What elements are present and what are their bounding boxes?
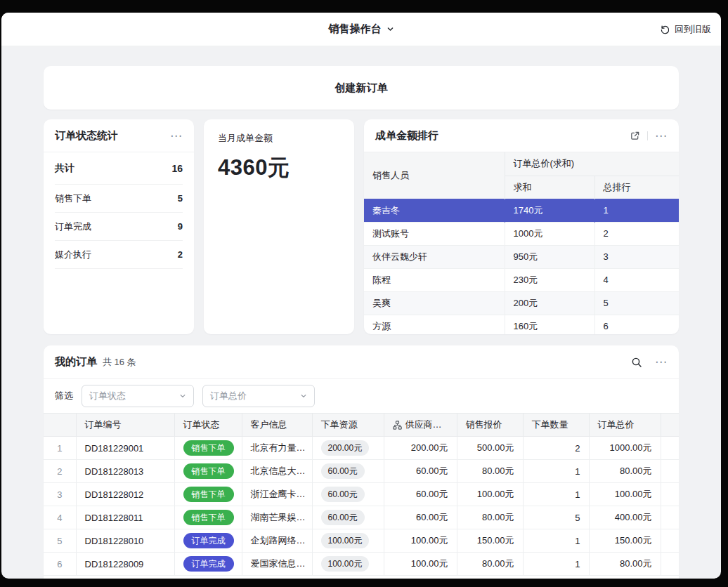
- ranking-row[interactable]: 陈程 230元 4: [364, 268, 679, 291]
- order-qty: 5: [523, 506, 589, 529]
- ranking-row[interactable]: 吴爽 200元 5: [364, 291, 679, 315]
- order-qty: 1: [523, 460, 589, 483]
- more-icon[interactable]: ⋯: [655, 130, 668, 142]
- sum-value: 230元: [505, 268, 594, 291]
- row-index: 3: [44, 483, 76, 506]
- order-total: 400.00元: [589, 506, 661, 529]
- my-orders-header: 我的订单 共 16 条 ⋯: [44, 345, 679, 379]
- resource-tag: 60.00元: [321, 510, 365, 525]
- order-qty: 2: [523, 437, 589, 460]
- table-row[interactable]: 2 DD181228013 销售下单 北京信息大… 60.00元 60.00元 …: [44, 460, 679, 483]
- stat-row-total[interactable]: 共计 16: [55, 152, 183, 185]
- ranking-row[interactable]: 测试账号 1000元 2: [364, 222, 679, 245]
- create-order-button[interactable]: 创建新订单: [44, 66, 679, 110]
- rank-value: 1: [594, 199, 679, 222]
- order-qty: 1: [523, 529, 589, 553]
- status-badge: 订单完成: [183, 556, 234, 572]
- order-no: DD181228013: [76, 460, 174, 483]
- resource-tag: 100.00元: [321, 533, 370, 548]
- customer-name: 北京有力量…: [242, 437, 312, 460]
- order-status-card-title: 订单状态统计: [55, 129, 118, 143]
- column-header-sum[interactable]: 求和: [505, 176, 594, 199]
- top-bar: 销售操作台 回到旧版: [1, 13, 721, 46]
- ranking-row[interactable]: 伙伴云魏少轩 950元 3: [364, 245, 679, 268]
- filter-label: 筛选: [55, 390, 73, 402]
- table-row[interactable]: 4 DD181228011 销售下单 湖南芒果娱… 60.00元 60.00元 …: [44, 506, 679, 529]
- person-name: 测试账号: [364, 222, 505, 245]
- supplier-price: 100.00元: [384, 529, 457, 553]
- stat-row[interactable]: 销售下单 5: [55, 185, 183, 213]
- column-header-person[interactable]: 销售人员: [364, 152, 505, 199]
- column-header-status[interactable]: 订单状态: [174, 414, 242, 437]
- column-header-rank[interactable]: 总排行: [594, 176, 679, 199]
- column-header-order-no[interactable]: 订单编号: [76, 414, 174, 437]
- empty-cell: [661, 460, 679, 483]
- sales-quote: 80.00元: [457, 553, 523, 576]
- export-icon[interactable]: [630, 131, 640, 141]
- column-header-customer[interactable]: 客户信息: [242, 414, 312, 437]
- status-badge: 销售下单: [183, 440, 234, 456]
- rank-value: 5: [594, 291, 679, 315]
- column-header-resource[interactable]: 下单资源: [312, 414, 384, 437]
- table-row[interactable]: 6 DD181228009 订单完成 爱国家信息… 100.00元 100.00…: [44, 553, 679, 576]
- status-badge: 订单完成: [183, 533, 234, 548]
- column-header-quote[interactable]: 销售报价: [457, 414, 523, 437]
- resource-tag: 60.00元: [321, 487, 365, 502]
- sum-value: 1000元: [505, 222, 594, 245]
- stat-label: 媒介执行: [55, 249, 91, 261]
- order-total: 80.00元: [589, 460, 661, 483]
- person-name: 方源: [364, 315, 505, 334]
- more-icon[interactable]: ⋯: [655, 356, 668, 368]
- workspace-switcher[interactable]: 销售操作台: [329, 22, 394, 36]
- create-order-label: 创建新订单: [335, 81, 388, 95]
- rank-value: 4: [594, 268, 679, 291]
- order-total-filter-select[interactable]: 订单总价: [202, 385, 315, 407]
- stat-row[interactable]: 媒介执行 2: [55, 241, 183, 269]
- column-header-qty[interactable]: 下单数量: [523, 414, 589, 437]
- search-icon[interactable]: [631, 357, 642, 368]
- table-row[interactable]: 5 DD181228010 订单完成 企划路网络… 100.00元 100.00…: [44, 529, 679, 553]
- order-total: 80.00元: [589, 553, 661, 576]
- chevron-down-icon: [179, 393, 186, 400]
- customer-name: 爱国家信息…: [242, 553, 312, 576]
- ranking-card: 成单金额排行 ⋯: [364, 119, 679, 334]
- ranking-card-header: 成单金额排行 ⋯: [364, 119, 679, 152]
- back-link-label: 回到旧版: [675, 23, 711, 36]
- table-row[interactable]: 3 DD181228012 销售下单 浙江金鹰卡… 60.00元 60.00元 …: [44, 483, 679, 506]
- sitemap-icon: [393, 421, 402, 430]
- stat-label: 共计: [55, 162, 74, 175]
- chevron-down-icon: [300, 393, 307, 400]
- supplier-price: 60.00元: [384, 506, 457, 529]
- rank-value: 2: [594, 222, 679, 245]
- column-header-total[interactable]: 订单总价: [589, 414, 661, 437]
- customer-name: 浙江金鹰卡…: [242, 483, 312, 506]
- row-index: 4: [44, 506, 76, 529]
- divider: [647, 131, 648, 140]
- more-icon[interactable]: ⋯: [170, 130, 183, 142]
- column-header-supplier[interactable]: 供应商…: [384, 414, 457, 437]
- app-window: 销售操作台 回到旧版 创建新订单 订单状态统计: [1, 13, 721, 579]
- my-orders-card: 我的订单 共 16 条 ⋯ 筛选 订单状态: [44, 345, 679, 579]
- stat-row[interactable]: 订单完成 9: [55, 213, 183, 241]
- stat-value: 16: [171, 163, 183, 174]
- rank-value: 3: [594, 245, 679, 268]
- supplier-price: 60.00元: [384, 483, 457, 506]
- order-status-filter-select[interactable]: 订单状态: [82, 385, 194, 407]
- column-header-supplier-label: 供应商…: [405, 418, 442, 431]
- order-status-card: 订单状态统计 ⋯ 共计 16 销售下单 5 订单完成 9: [44, 119, 194, 334]
- sales-quote: 100.00元: [457, 483, 523, 506]
- column-header-total-group[interactable]: 订单总价(求和): [505, 152, 679, 176]
- person-name: 秦吉冬: [364, 199, 505, 222]
- row-index: 5: [44, 529, 76, 553]
- order-no: DD181228011: [76, 506, 174, 529]
- dashboard-content: 创建新订单 订单状态统计 ⋯ 共计 16 销售下单 5: [1, 46, 721, 579]
- stats-row: 订单状态统计 ⋯ 共计 16 销售下单 5 订单完成 9: [44, 119, 679, 334]
- orders-table: 订单编号 订单状态 客户信息 下单资源: [44, 413, 679, 576]
- table-row[interactable]: 1 DD181229001 销售下单 北京有力量… 200.00元 200.00…: [44, 437, 679, 460]
- resource-tag: 100.00元: [321, 556, 370, 572]
- back-to-old-version-link[interactable]: 回到旧版: [660, 13, 711, 46]
- ranking-row[interactable]: 方源 160元 6: [364, 315, 679, 334]
- sum-value: 1740元: [505, 199, 594, 222]
- empty-cell: [661, 437, 679, 460]
- ranking-row[interactable]: 秦吉冬 1740元 1: [364, 199, 679, 222]
